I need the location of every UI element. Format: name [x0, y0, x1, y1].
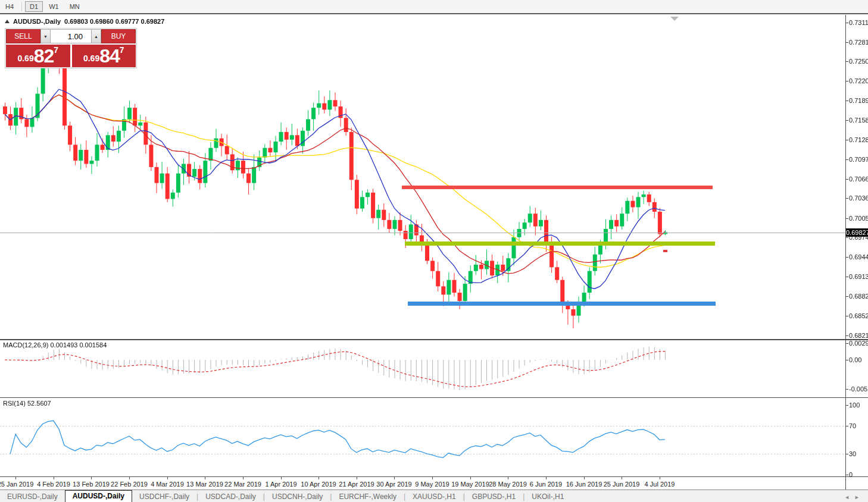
price-axis-label: 0.72810 — [849, 39, 868, 46]
time-axis-tick — [622, 477, 622, 479]
rsi-axis-label: 70 — [849, 422, 856, 429]
time-axis-label: 13 Mar 2019 — [186, 481, 223, 488]
chart-tab-eurusd[interactable]: EURUSD-,Daily — [0, 491, 65, 502]
chart-window: AUDUSD-,Daily 0.69803 0.69860 0.69777 0.… — [0, 13, 868, 491]
buy-price-big: 84 — [99, 46, 120, 66]
time-axis-label: 1 Apr 2019 — [265, 481, 296, 488]
time-axis-tick — [167, 477, 168, 479]
time-axis-tick — [357, 477, 357, 479]
time-axis-tick — [243, 477, 243, 479]
time-axis-tick — [15, 477, 16, 479]
price-axis-label: 0.69130 — [849, 273, 868, 280]
time-axis-label: 16 Jun 2019 — [566, 481, 602, 488]
time-axis-tick — [584, 477, 585, 479]
toolbar-separator — [21, 2, 22, 11]
chart-tab-audusd[interactable]: AUDUSD-,Daily — [65, 490, 132, 502]
chevron-down-icon: ▼ — [43, 34, 48, 39]
timeframe-button-d1[interactable]: D1 — [25, 1, 43, 12]
chart-tab-usdchf[interactable]: USDCHF-,Daily — [132, 491, 196, 502]
time-axis-label: 25 Jan 2019 — [0, 481, 33, 488]
chart-title: AUDUSD-,Daily 0.69803 0.69860 0.69777 0.… — [5, 18, 164, 25]
price-axis-label-tick — [846, 198, 848, 199]
scroll-left-icon[interactable]: ◄ — [844, 494, 854, 500]
price-axis-label: 0.68825 — [849, 293, 868, 300]
volume-decrease-button[interactable]: ▼ — [40, 29, 51, 43]
timeframe-button-h4[interactable]: H4 — [1, 1, 18, 12]
chart-tab-gbpusd[interactable]: GBPUSD-,H1 — [465, 491, 523, 502]
macd-panel-canvas[interactable] — [0, 340, 846, 397]
timeframe-buttons: H4D1W1MN — [0, 1, 85, 12]
rsi-axis-label-tick — [846, 475, 848, 475]
price-axis-label-tick — [846, 277, 848, 277]
time-axis-label: 19 May 2019 — [451, 481, 489, 488]
price-axis-label-tick — [846, 23, 848, 23]
buy-price-prefix: 0.69 — [83, 51, 99, 66]
rsi-panel-canvas[interactable] — [0, 398, 846, 476]
chart-tab-ukoil[interactable]: UKOil-,H1 — [524, 491, 571, 502]
price-axis-label-tick — [846, 42, 848, 43]
price-axis-label-tick — [846, 81, 848, 81]
buy-price-quote[interactable]: 0.69 84 7 — [72, 45, 136, 67]
time-axis-tick — [281, 477, 282, 479]
price-axis-label-tick — [846, 120, 848, 121]
time-axis-label: 21 Apr 2019 — [339, 481, 374, 488]
price-axis-label: 0.72200 — [849, 77, 868, 84]
time-axis-tick — [394, 477, 395, 479]
rsi-axis-label-tick — [846, 454, 848, 454]
price-axis-label-tick — [846, 179, 848, 180]
macd-axis-label: -0.005256 — [849, 385, 868, 393]
chart-ohlc-values: 0.69803 0.69860 0.69777 0.69827 — [64, 18, 164, 25]
chart-symbol-label: AUDUSD-,Daily — [13, 18, 61, 25]
price-axis-label: 0.71585 — [849, 117, 868, 124]
price-axis-label-tick — [846, 296, 848, 297]
time-axis-label: 28 May 2019 — [489, 481, 527, 488]
time-axis-label: 6 Jun 2019 — [530, 481, 562, 488]
chart-tabs: EURUSD-,DailyAUDUSD-,DailyUSDCHF-,Daily|… — [0, 490, 571, 502]
time-axis-label: 30 Apr 2019 — [376, 481, 411, 488]
time-axis-label: 22 Mar 2019 — [224, 481, 261, 488]
sell-price-pipette: 7 — [54, 46, 58, 54]
price-axis-label: 0.73115 — [849, 19, 868, 26]
sell-arrow-marker — [663, 250, 667, 252]
macd-axis-label-tick — [846, 360, 848, 360]
time-axis-tick — [54, 477, 54, 479]
time-axis-label: 4 Jul 2019 — [645, 481, 675, 488]
panel-separator-macd[interactable] — [0, 339, 868, 340]
volume-increase-button[interactable]: ▲ — [91, 29, 101, 43]
chart-tab-usdcnh[interactable]: USDCNH-,Daily — [265, 491, 330, 502]
scroll-right-icon[interactable]: ► — [854, 494, 864, 500]
price-axis-label: 0.70360 — [849, 194, 868, 202]
symbol-triangle-icon — [5, 20, 10, 23]
rsi-axis-label: 0 — [849, 471, 853, 478]
sell-price-quote[interactable]: 0.69 82 7 — [6, 45, 70, 67]
chart-shift-marker-icon[interactable] — [670, 17, 679, 21]
macd-axis-label: 0.00 — [849, 356, 861, 363]
buy-button[interactable]: BUY — [101, 29, 136, 43]
time-axis-label: 25 Jun 2019 — [604, 481, 640, 488]
price-axis-label-tick — [846, 159, 848, 160]
macd-axis-label-tick — [846, 389, 848, 390]
chart-tab-bar: EURUSD-,DailyAUDUSD-,DailyUSDCHF-,Daily|… — [0, 490, 868, 502]
time-axis-tick — [508, 477, 508, 479]
price-axis-label-tick — [846, 237, 848, 238]
rsi-axis-label: 100 — [849, 401, 860, 409]
volume-input[interactable]: 1.00 — [51, 29, 91, 43]
timeframe-toolbar: H4D1W1MN — [0, 0, 868, 14]
timeframe-button-w1[interactable]: W1 — [44, 1, 64, 12]
price-axis-label-tick — [846, 257, 848, 258]
timeframe-button-mn[interactable]: MN — [65, 1, 85, 12]
rsi-indicator-label: RSI(14) 52.5607 — [3, 400, 51, 407]
sell-button[interactable]: SELL — [6, 29, 40, 43]
sell-price-prefix: 0.69 — [17, 51, 33, 66]
tab-scroll-arrows[interactable]: ◄► — [844, 494, 864, 500]
chart-tab-usdcad[interactable]: USDCAD-,Daily — [198, 491, 263, 502]
time-axis-tick — [546, 477, 547, 479]
panel-separator-rsi[interactable] — [0, 397, 868, 398]
chart-tab-eurchf[interactable]: EURCHF-,Weekly — [332, 491, 403, 502]
time-axis-tick — [91, 477, 92, 479]
chart-tab-xauusd[interactable]: XAUUSD-,H1 — [405, 491, 463, 502]
price-axis-label-tick — [846, 218, 848, 219]
price-axis-label-tick — [846, 316, 848, 316]
price-axis-label-tick — [846, 101, 848, 101]
time-axis-label: 9 May 2019 — [415, 481, 449, 488]
